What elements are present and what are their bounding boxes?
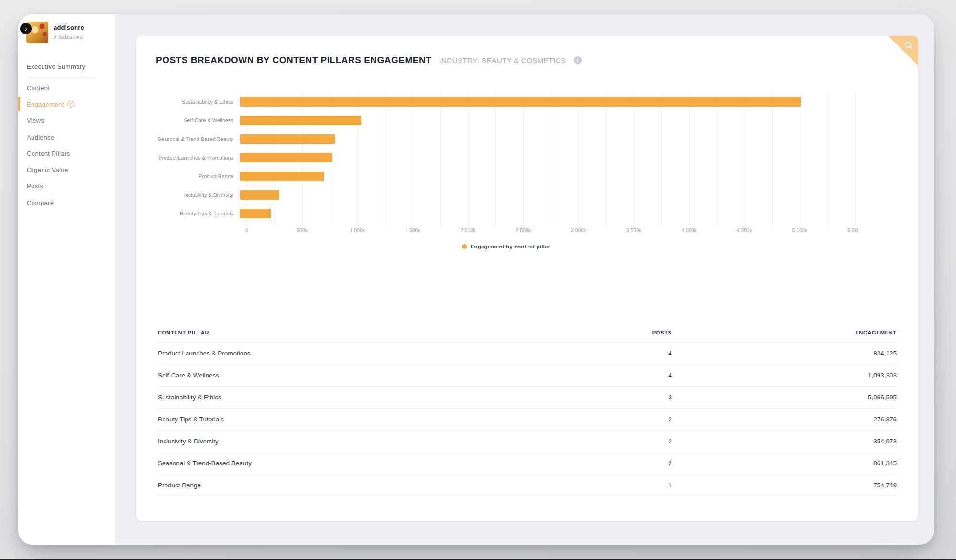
sidebar-item-label: Audience	[27, 134, 54, 141]
cell-content-pillar: Beauty Tips & Tutorials	[158, 416, 615, 423]
sidebar-item-label: Organic Value	[27, 166, 68, 173]
sidebar-item-executive-summary[interactable]: Executive Summary	[18, 58, 115, 75]
info-icon[interactable]: i	[574, 56, 582, 64]
tiktok-note-icon: ♪	[54, 33, 56, 40]
x-tick-label: 0	[245, 227, 248, 233]
sidebar-nav: ContentEngagement?ViewsAudienceContent P…	[18, 80, 115, 211]
cell-content-pillar: Product Range	[158, 482, 615, 489]
sidebar: ♪ addisonre ♪ /addisonre Executive Summa…	[18, 14, 115, 545]
cell-posts: 4	[615, 350, 672, 357]
table-header-row: CONTENT PILLAR POSTS ENGAGEMENT	[158, 330, 897, 343]
x-tick-label: 4 000k	[681, 227, 697, 233]
profile-handle-row: ♪ /addisonre	[54, 33, 84, 40]
cell-content-pillar: Product Launches & Promotions	[158, 350, 615, 357]
chart-x-axis: 0500k1 000k1 500k2 000k2 500k3 000k3 500…	[247, 227, 858, 236]
table-row: Seasonal & Trend-Based Beauty2861,345	[158, 452, 897, 474]
chart-bar-track	[240, 148, 852, 167]
cell-content-pillar: Inclusivity & Diversity	[158, 438, 615, 445]
app-window: ♪ addisonre ♪ /addisonre Executive Summa…	[18, 14, 934, 545]
cell-posts: 4	[615, 372, 672, 379]
profile-text: addisonre ♪ /addisonre	[54, 22, 84, 43]
sidebar-divider	[27, 78, 96, 78]
chart-category-label: Sustainability & Ethics	[154, 99, 240, 105]
column-header-posts: POSTS	[615, 330, 672, 335]
chart-row: Sustainability & Ethics	[154, 92, 858, 111]
tiktok-icon: ♪	[20, 23, 32, 34]
table-row: Product Launches & Promotions4834,125	[158, 343, 897, 365]
chart-bar-track	[240, 129, 852, 148]
chart-bar[interactable]	[240, 97, 801, 107]
cell-engagement: 354,973	[672, 438, 897, 445]
page-title: POSTS BREAKDOWN BY CONTENT PILLARS ENGAG…	[156, 55, 431, 65]
chart-bar[interactable]	[240, 190, 279, 200]
legend-label: Engagement by content pillar	[471, 244, 550, 249]
column-header-engagement: ENGAGEMENT	[672, 330, 897, 335]
sidebar-item-views[interactable]: Views	[18, 113, 115, 129]
sidebar-item-organic-value[interactable]: Organic Value	[18, 162, 115, 178]
cell-content-pillar: Self-Care & Wellness	[158, 372, 615, 379]
search-corner-button[interactable]	[889, 36, 918, 65]
card-header: POSTS BREAKDOWN BY CONTENT PILLARS ENGAG…	[156, 55, 582, 65]
x-tick-label: 4 500k	[737, 227, 752, 233]
legend-dot-icon	[462, 244, 467, 249]
sidebar-item-compare[interactable]: Compare	[18, 194, 115, 211]
chart-bar[interactable]	[240, 134, 335, 144]
cell-posts: 2	[615, 438, 672, 445]
content-pillar-table: CONTENT PILLAR POSTS ENGAGEMENT Product …	[158, 330, 897, 496]
x-tick-label: 1 500k	[405, 227, 420, 233]
chart-bar-track	[240, 167, 852, 185]
x-tick-label: 1 000k	[350, 227, 365, 233]
sidebar-item-posts[interactable]: Posts	[18, 178, 115, 194]
sidebar-item-engagement[interactable]: Engagement?	[18, 96, 115, 112]
cell-content-pillar: Sustainability & Ethics	[158, 394, 615, 401]
x-tick-label: 500k	[297, 227, 308, 233]
column-header-content-pillar: CONTENT PILLAR	[158, 330, 615, 335]
chart-bar[interactable]	[240, 172, 324, 181]
outer-background: { "colors": { "accent": "#F6A93E", "corn…	[0, 0, 956, 560]
chart-category-label: Product Range	[154, 173, 240, 179]
sidebar-item-content-pillars[interactable]: Content Pillars	[18, 145, 115, 162]
cell-engagement: 276,876	[672, 416, 897, 423]
x-tick-label: 2 000k	[461, 227, 476, 233]
sidebar-item-label: Posts	[27, 183, 44, 190]
table-row: Inclusivity & Diversity2354,973	[158, 431, 897, 452]
cell-engagement: 1,093,303	[672, 372, 897, 379]
chart-category-label: Seasonal & Trend-Based Beauty	[154, 136, 240, 142]
chart-category-label: Product Launches & Promotions	[154, 155, 240, 161]
profile-block: ♪ addisonre ♪ /addisonre	[26, 22, 84, 43]
cell-content-pillar: Seasonal & Trend-Based Beauty	[158, 460, 615, 467]
sidebar-item-label: Views	[27, 117, 44, 124]
chart-row: Seasonal & Trend-Based Beauty	[154, 129, 858, 148]
table-body: Product Launches & Promotions4834,125Sel…	[158, 343, 897, 496]
avatar: ♪	[26, 22, 48, 43]
chart-bar[interactable]	[240, 209, 271, 218]
cell-posts: 2	[615, 460, 672, 467]
search-icon[interactable]	[904, 41, 913, 50]
chart-rows: Sustainability & EthicsSelf-Care & Welln…	[154, 92, 858, 223]
chart-row: Inclusivity & Diversity	[154, 185, 858, 204]
x-tick-label: 2 500k	[516, 227, 531, 233]
chart-row: Product Range	[154, 167, 858, 185]
chart-legend: Engagement by content pillar	[154, 244, 858, 249]
chart-row: Product Launches & Promotions	[154, 148, 858, 167]
sidebar-item-label: Engagement	[27, 101, 64, 108]
profile-name: addisonre	[54, 24, 84, 31]
chart-bar[interactable]	[240, 153, 332, 162]
chart-bar-track	[240, 92, 852, 111]
chart-category-label: Self-Care & Wellness	[154, 118, 240, 123]
sidebar-item-label: Content Pillars	[27, 150, 70, 157]
sidebar-item-label: Compare	[27, 199, 54, 206]
cell-engagement: 5,066,595	[672, 394, 897, 401]
chart-bar[interactable]	[240, 116, 361, 125]
table-row: Beauty Tips & Tutorials2276,876	[158, 409, 897, 431]
x-tick-label: 5 000k	[792, 227, 808, 233]
sidebar-item-audience[interactable]: Audience	[18, 129, 115, 145]
x-tick-label: 3 000k	[571, 227, 586, 233]
cell-posts: 3	[615, 394, 672, 401]
chart-category-label: Beauty Tips & Tutorials	[154, 211, 240, 216]
chart-category-label: Inclusivity & Diversity	[154, 192, 240, 198]
sidebar-item-label: Executive Summary	[27, 63, 85, 70]
help-icon[interactable]: ?	[67, 101, 74, 108]
x-tick-label: 3 500k	[626, 227, 642, 233]
sidebar-item-content[interactable]: Content	[18, 80, 115, 96]
